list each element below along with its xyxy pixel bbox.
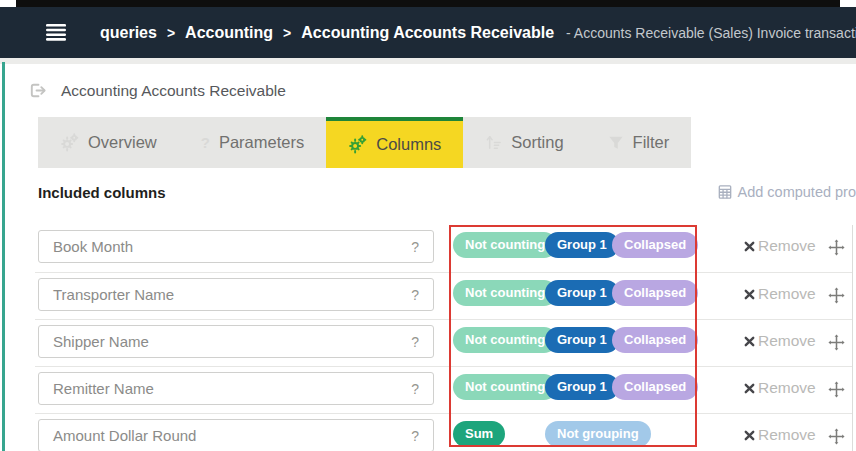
tab-filter[interactable]: Filter — [586, 117, 692, 168]
x-icon — [743, 429, 756, 442]
question-icon: ? — [201, 134, 210, 151]
tab-overview[interactable]: Overview — [38, 117, 179, 168]
help-icon[interactable]: ? — [411, 334, 419, 350]
tab-label: Sorting — [511, 133, 563, 152]
collapsed-badge[interactable]: Collapsed — [612, 280, 698, 306]
column-row: Remitter Name ? Not counting Group 1 Col… — [35, 366, 853, 413]
sort-icon — [485, 134, 502, 151]
column-name-input[interactable]: Shipper Name ? — [38, 325, 434, 358]
remove-label: Remove — [758, 237, 816, 255]
column-name-input[interactable]: Book Month ? — [38, 230, 434, 263]
column-row: Book Month ? Not counting Group 1 Collap… — [35, 225, 853, 272]
calculator-icon — [718, 185, 732, 199]
cogs-icon — [60, 133, 79, 152]
move-handle-icon[interactable] — [827, 333, 846, 352]
page-title: Accounting Accounts Receivable — [61, 82, 286, 100]
remove-button[interactable]: Remove — [743, 332, 816, 350]
column-row: Transporter Name ? Not counting Group 1 … — [35, 272, 853, 319]
breadcrumb-accounting[interactable]: Accounting — [185, 24, 273, 42]
group-badge[interactable]: Group 1 — [545, 327, 619, 353]
column-name-input[interactable]: Remitter Name ? — [38, 372, 434, 405]
help-icon[interactable]: ? — [411, 381, 419, 397]
tab-label: Columns — [376, 135, 441, 154]
move-handle-icon[interactable] — [827, 380, 846, 399]
column-row: Amount Dollar Round ? Sum Not grouping R… — [35, 413, 853, 451]
x-icon — [743, 240, 756, 253]
counting-badge[interactable]: Not counting — [453, 374, 557, 400]
column-name-input[interactable]: Transporter Name ? — [38, 278, 434, 311]
breadcrumb-current-query: Accounting Accounts Receivable — [301, 24, 554, 42]
header-divider-strip — [0, 58, 856, 64]
remove-button[interactable]: Remove — [743, 379, 816, 397]
menu-list-icon[interactable] — [46, 24, 66, 41]
remove-button[interactable]: Remove — [743, 285, 816, 303]
remove-label: Remove — [758, 332, 816, 350]
x-icon — [743, 288, 756, 301]
remove-label: Remove — [758, 426, 816, 444]
help-icon[interactable]: ? — [411, 428, 419, 444]
counting-badge[interactable]: Not counting — [453, 327, 557, 353]
help-icon[interactable]: ? — [411, 287, 419, 303]
tab-columns[interactable]: Columns — [326, 117, 463, 168]
column-name: Shipper Name — [53, 333, 149, 350]
breadcrumb-queries[interactable]: queries — [100, 24, 157, 42]
column-name: Book Month — [53, 238, 133, 255]
sum-badge[interactable]: Sum — [453, 421, 505, 447]
breadcrumb-separator: > — [167, 25, 175, 41]
move-handle-icon[interactable] — [827, 238, 846, 257]
tab-label: Parameters — [219, 133, 304, 152]
top-navbar: queries > Accounting > Accounting Accoun… — [0, 7, 856, 58]
add-computed-label: Add computed pro — [738, 184, 856, 200]
tab-parameters[interactable]: ? Parameters — [179, 117, 326, 168]
cogs-icon — [348, 135, 367, 154]
tab-label: Filter — [633, 133, 670, 152]
tab-bar: Overview ? Parameters Columns — [38, 117, 691, 168]
included-columns-list: Book Month ? Not counting Group 1 Collap… — [35, 225, 853, 451]
remove-button[interactable]: Remove — [743, 237, 816, 255]
query-editor-page: queries > Accounting > Accounting Accoun… — [0, 0, 856, 451]
grouping-badge[interactable]: Not grouping — [545, 421, 651, 447]
column-name: Transporter Name — [53, 286, 174, 303]
breadcrumb-separator: > — [283, 25, 291, 41]
collapsed-badge[interactable]: Collapsed — [612, 232, 698, 258]
column-name: Remitter Name — [53, 380, 154, 397]
query-description: - Accounts Receivable (Sales) Invoice tr… — [566, 25, 856, 41]
included-columns-heading: Included columns — [38, 184, 166, 201]
column-row: Shipper Name ? Not counting Group 1 Coll… — [35, 319, 853, 366]
move-handle-icon[interactable] — [827, 427, 846, 446]
filter-icon — [608, 135, 624, 151]
top-strip — [16, 0, 840, 7]
help-icon[interactable]: ? — [411, 239, 419, 255]
tab-label: Overview — [88, 133, 157, 152]
table-right-edge — [852, 225, 853, 451]
left-accent-edge — [2, 62, 5, 451]
remove-label: Remove — [758, 379, 816, 397]
group-badge[interactable]: Group 1 — [545, 280, 619, 306]
breadcrumb: queries > Accounting > Accounting Accoun… — [100, 24, 856, 42]
title-row: Accounting Accounts Receivable — [28, 81, 286, 100]
tab-sorting[interactable]: Sorting — [463, 117, 585, 168]
export-arrow-icon — [28, 81, 47, 100]
column-name: Amount Dollar Round — [53, 427, 196, 444]
remove-button[interactable]: Remove — [743, 426, 816, 444]
column-name-input[interactable]: Amount Dollar Round ? — [38, 419, 434, 451]
counting-badge[interactable]: Not counting — [453, 232, 557, 258]
x-icon — [743, 335, 756, 348]
add-computed-property-button[interactable]: Add computed pro — [718, 184, 856, 200]
collapsed-badge[interactable]: Collapsed — [612, 327, 698, 353]
collapsed-badge[interactable]: Collapsed — [612, 374, 698, 400]
move-handle-icon[interactable] — [827, 286, 846, 305]
counting-badge[interactable]: Not counting — [453, 280, 557, 306]
x-icon — [743, 382, 756, 395]
group-badge[interactable]: Group 1 — [545, 232, 619, 258]
remove-label: Remove — [758, 285, 816, 303]
group-badge[interactable]: Group 1 — [545, 374, 619, 400]
